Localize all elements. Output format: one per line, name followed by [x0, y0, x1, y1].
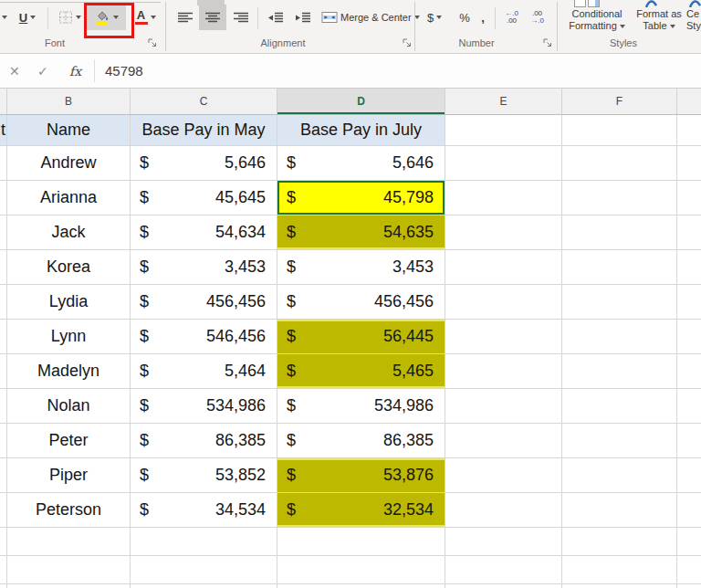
empty-cell[interactable]	[677, 424, 701, 457]
decrease-decimal-button[interactable]: .00 →.0	[526, 5, 549, 30]
font-color-button[interactable]: A	[131, 5, 160, 30]
empty-cell[interactable]	[562, 584, 677, 588]
header-july[interactable]: Base Pay in July	[277, 115, 445, 145]
empty-cell[interactable]	[677, 389, 701, 423]
column-header-f[interactable]: F	[562, 89, 677, 114]
dialog-launcher-icon[interactable]	[543, 38, 552, 47]
cell-a[interactable]	[0, 181, 7, 215]
cell-may[interactable]: $54,634	[131, 215, 277, 249]
empty-cell[interactable]	[0, 528, 7, 555]
empty-cell[interactable]	[445, 215, 562, 249]
empty-cell[interactable]	[562, 354, 677, 388]
cell-july[interactable]: $534,986	[277, 389, 445, 423]
chevron-down-icon[interactable]	[2, 16, 7, 19]
cell-july[interactable]: $45,798	[277, 181, 445, 215]
align-right-button[interactable]	[228, 5, 253, 30]
cell-name[interactable]: Korea	[7, 250, 131, 284]
fill-color-button[interactable]	[87, 5, 126, 30]
empty-cell[interactable]	[0, 584, 7, 588]
cancel-button[interactable]: ✕	[9, 54, 20, 88]
cell-name[interactable]: Lynn	[7, 320, 131, 353]
empty-cell[interactable]	[677, 584, 701, 588]
empty-cell[interactable]	[562, 115, 677, 145]
cell-a[interactable]	[0, 146, 7, 180]
cell-styles-button[interactable]: Ce Style	[686, 7, 701, 33]
increase-decimal-button[interactable]: ←.0 .00	[500, 5, 523, 30]
empty-cell[interactable]	[445, 354, 562, 388]
empty-cell[interactable]	[7, 556, 131, 583]
cell-may[interactable]: $3,453	[131, 250, 277, 284]
decrease-indent-button[interactable]	[263, 5, 288, 30]
cell-name[interactable]: Piper	[7, 458, 131, 492]
empty-cell[interactable]	[277, 556, 445, 583]
cell-may[interactable]: $45,645	[131, 181, 277, 215]
increase-indent-button[interactable]	[290, 5, 315, 30]
empty-cell[interactable]	[677, 250, 701, 284]
empty-cell[interactable]	[277, 584, 445, 588]
cell-may[interactable]: $546,456	[131, 320, 277, 353]
cell-a[interactable]	[0, 458, 7, 492]
column-header-b[interactable]: B	[7, 89, 131, 114]
empty-cell[interactable]	[0, 556, 7, 583]
cell-a[interactable]	[0, 250, 7, 284]
empty-cell[interactable]	[677, 285, 701, 319]
cell-may[interactable]: $5,464	[131, 354, 277, 388]
empty-cell[interactable]	[677, 528, 701, 555]
conditional-formatting-button[interactable]: Conditional Formatting	[562, 7, 632, 33]
cell-may[interactable]: $5,646	[131, 146, 277, 180]
underline-button[interactable]: U	[11, 5, 44, 30]
cell-name[interactable]: Andrew	[7, 146, 131, 180]
column-header-d[interactable]: D	[277, 89, 445, 114]
empty-cell[interactable]	[131, 556, 277, 583]
empty-cell[interactable]	[277, 528, 445, 555]
borders-button[interactable]	[53, 5, 86, 30]
cell-a[interactable]	[0, 354, 7, 388]
accounting-format-button[interactable]: $	[421, 5, 448, 30]
empty-cell[interactable]	[677, 556, 701, 583]
enter-button[interactable]: ✓	[37, 54, 48, 88]
empty-cell[interactable]	[445, 424, 562, 457]
empty-cell[interactable]	[562, 528, 677, 555]
cell-name[interactable]: Peter	[7, 424, 131, 457]
cell-a[interactable]	[0, 215, 7, 249]
empty-cell[interactable]	[677, 458, 701, 492]
empty-cell[interactable]	[562, 285, 677, 319]
cell-july[interactable]: $32,534	[277, 493, 445, 527]
cell-july[interactable]: $86,385	[277, 424, 445, 457]
align-left-button[interactable]	[173, 5, 197, 30]
cell-name[interactable]: Arianna	[7, 181, 131, 215]
cell-july[interactable]: $3,453	[277, 250, 445, 284]
empty-cell[interactable]	[445, 493, 562, 527]
empty-cell[interactable]	[677, 146, 701, 180]
empty-cell[interactable]	[677, 115, 701, 145]
empty-cell[interactable]	[445, 115, 562, 145]
cell-may[interactable]: $86,385	[131, 424, 277, 457]
empty-cell[interactable]	[562, 181, 677, 215]
empty-cell[interactable]	[677, 320, 701, 353]
empty-cell[interactable]	[562, 493, 677, 527]
cell-july[interactable]: $5,646	[277, 146, 445, 180]
empty-cell[interactable]	[445, 146, 562, 180]
cell-a[interactable]	[0, 493, 7, 527]
cell-a[interactable]	[0, 320, 7, 353]
column-header-c[interactable]: C	[131, 89, 277, 114]
empty-cell[interactable]	[562, 250, 677, 284]
cell-july[interactable]: $5,465	[277, 354, 445, 388]
empty-cell[interactable]	[131, 584, 277, 588]
empty-cell[interactable]	[131, 528, 277, 555]
align-center-button[interactable]	[199, 5, 226, 30]
cell-a[interactable]	[0, 285, 7, 319]
column-header-e[interactable]: E	[445, 89, 562, 114]
header-name[interactable]: Name	[7, 115, 131, 145]
cell-may[interactable]: $534,986	[131, 389, 277, 423]
merge-center-button[interactable]: Merge & Center	[321, 5, 420, 30]
empty-cell[interactable]	[7, 584, 131, 588]
column-header-g-partial[interactable]	[677, 89, 701, 114]
empty-cell[interactable]	[445, 584, 562, 588]
empty-cell[interactable]	[445, 556, 562, 583]
formula-input[interactable]: 45798	[105, 54, 143, 88]
empty-cell[interactable]	[677, 181, 701, 215]
column-header-a-partial[interactable]	[0, 89, 7, 114]
cell-name[interactable]: Nolan	[7, 389, 131, 423]
cell-name[interactable]: Jack	[7, 215, 131, 249]
